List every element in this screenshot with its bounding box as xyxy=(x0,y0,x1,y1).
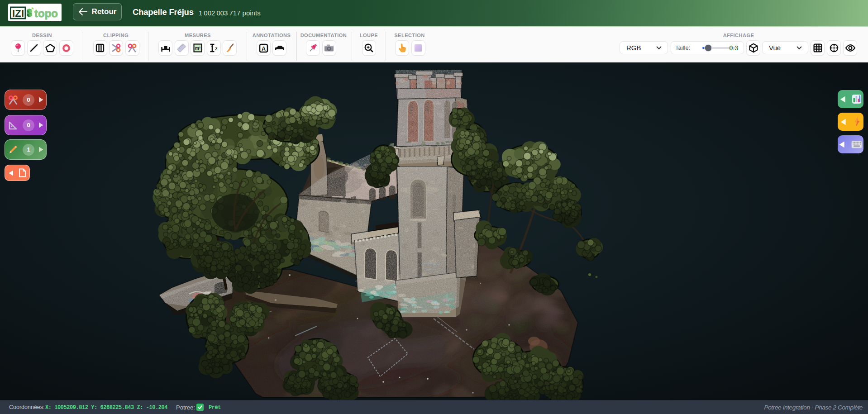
svg-text:A: A xyxy=(261,45,265,52)
svg-text:z: z xyxy=(215,46,218,51)
svg-text:topo: topo xyxy=(34,7,58,19)
svg-text:m²: m² xyxy=(195,46,200,51)
svg-text:IZI: IZI xyxy=(12,8,24,19)
